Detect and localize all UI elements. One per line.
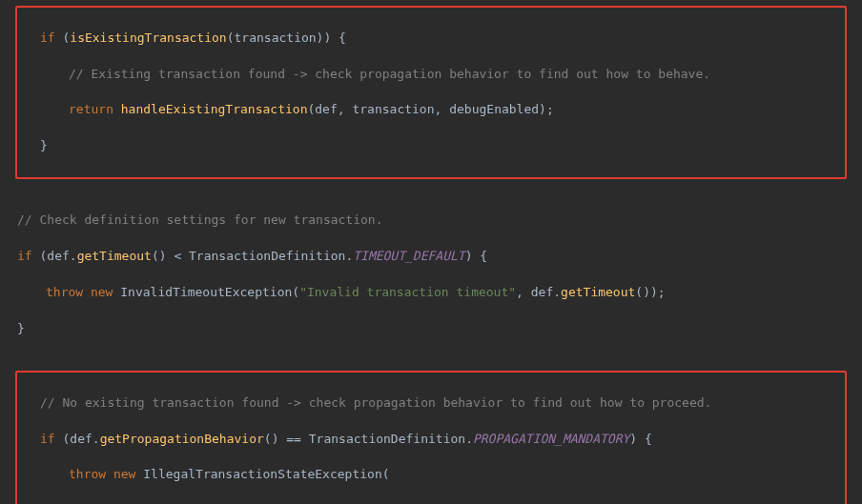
keyword-if: if [17, 249, 32, 263]
space [106, 467, 113, 481]
keyword-if: if [40, 432, 55, 446]
comment: // No existing transaction found -> chec… [40, 395, 711, 410]
keyword-new: new [113, 467, 135, 481]
keyword-throw: throw [46, 285, 83, 299]
ident: (def. [55, 432, 100, 446]
punct: ( [55, 30, 71, 45]
punct: (transaction)) { [227, 30, 346, 45]
punct: ) { [629, 432, 651, 446]
ident: (def. [32, 249, 77, 263]
fn-call: handleExistingTransaction [121, 102, 308, 116]
keyword-throw: throw [69, 467, 106, 481]
ident: () == TransactionDefinition. [264, 432, 473, 446]
keyword-new: new [91, 285, 113, 299]
code-block-1: if (isExistingTransaction(transaction)) … [23, 11, 839, 173]
punct: ( [382, 467, 390, 481]
ident: () < TransactionDefinition. [152, 249, 353, 263]
keyword-return: return [69, 102, 113, 116]
highlight-box-1: if (isExistingTransaction(transaction)) … [15, 6, 847, 179]
ident: , def. [516, 285, 561, 299]
punct: ( [292, 285, 299, 299]
brace: } [40, 138, 48, 152]
fn-call: getPropagationBehavior [100, 432, 264, 446]
punct: (def, transaction, debugEnabled); [307, 102, 553, 116]
string: "Invalid transaction timeout" [299, 285, 516, 299]
brace: } [17, 321, 25, 335]
type-name: InvalidTimeoutException [120, 285, 292, 299]
type-name: IllegalTransactionStateException [143, 467, 381, 481]
fn-call: isExistingTransaction [70, 30, 226, 45]
highlight-box-2: // No existing transaction found -> chec… [15, 371, 847, 504]
space [83, 285, 91, 299]
comment: // Check definition settings for new tra… [17, 212, 383, 227]
keyword-if: if [40, 30, 55, 45]
space [113, 102, 121, 116]
constant: PROPAGATION_MANDATORY [473, 432, 629, 446]
constant: TIMEOUT_DEFAULT [353, 249, 464, 263]
comment: // Existing transaction found -> check p… [69, 67, 710, 81]
fn-call: getTimeout [77, 249, 152, 263]
punct: ()); [635, 285, 665, 299]
code-block-2: // No existing transaction found -> chec… [23, 376, 839, 504]
fn-call: getTimeout [561, 285, 635, 299]
punct: ) { [465, 249, 487, 263]
code-block-middle: // Check definition settings for new tra… [0, 194, 862, 356]
